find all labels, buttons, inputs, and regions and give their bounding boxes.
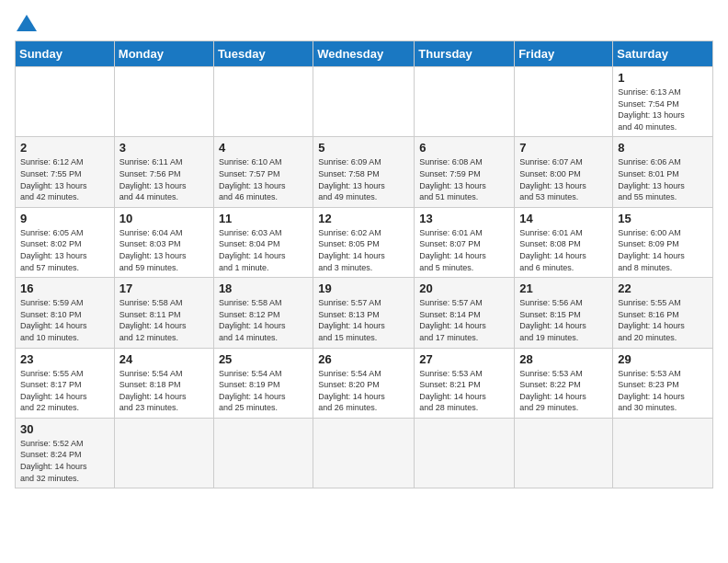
day-info: Sunrise: 6:01 AM Sunset: 8:07 PM Dayligh… bbox=[419, 227, 509, 273]
day-info: Sunrise: 6:11 AM Sunset: 7:56 PM Dayligh… bbox=[119, 156, 209, 202]
calendar-cell: 24Sunrise: 5:54 AM Sunset: 8:18 PM Dayli… bbox=[114, 348, 213, 418]
day-number: 15 bbox=[618, 212, 708, 225]
day-info: Sunrise: 6:02 AM Sunset: 8:05 PM Dayligh… bbox=[318, 227, 409, 273]
day-info: Sunrise: 5:54 AM Sunset: 8:18 PM Dayligh… bbox=[119, 368, 209, 414]
calendar-cell bbox=[114, 418, 213, 488]
svg-marker-0 bbox=[17, 15, 37, 31]
calendar-cell: 4Sunrise: 6:10 AM Sunset: 7:57 PM Daylig… bbox=[213, 137, 313, 207]
day-info: Sunrise: 5:54 AM Sunset: 8:19 PM Dayligh… bbox=[219, 368, 308, 414]
calendar-cell: 27Sunrise: 5:53 AM Sunset: 8:21 PM Dayli… bbox=[415, 348, 515, 418]
calendar-cell: 15Sunrise: 6:00 AM Sunset: 8:09 PM Dayli… bbox=[613, 207, 713, 277]
day-info: Sunrise: 5:58 AM Sunset: 8:11 PM Dayligh… bbox=[119, 297, 209, 343]
day-number: 29 bbox=[618, 352, 708, 366]
day-number: 25 bbox=[219, 352, 308, 366]
day-number: 7 bbox=[519, 141, 608, 155]
calendar-cell bbox=[16, 67, 115, 137]
header-row bbox=[15, 15, 713, 33]
day-number: 17 bbox=[119, 282, 209, 295]
day-number: 14 bbox=[519, 212, 608, 225]
day-number: 24 bbox=[119, 352, 209, 366]
day-info: Sunrise: 5:57 AM Sunset: 8:14 PM Dayligh… bbox=[419, 297, 509, 343]
weekday-header-tuesday: Tuesday bbox=[213, 41, 313, 67]
week-row-5: 23Sunrise: 5:55 AM Sunset: 8:17 PM Dayli… bbox=[16, 348, 713, 418]
day-info: Sunrise: 5:54 AM Sunset: 8:20 PM Dayligh… bbox=[318, 368, 409, 414]
day-info: Sunrise: 6:00 AM Sunset: 8:09 PM Dayligh… bbox=[618, 227, 708, 273]
calendar-cell bbox=[613, 418, 713, 488]
day-info: Sunrise: 5:52 AM Sunset: 8:24 PM Dayligh… bbox=[20, 438, 109, 484]
calendar-cell: 9Sunrise: 6:05 AM Sunset: 8:02 PM Daylig… bbox=[16, 207, 115, 277]
calendar-cell: 28Sunrise: 5:53 AM Sunset: 8:22 PM Dayli… bbox=[515, 348, 613, 418]
calendar-cell: 20Sunrise: 5:57 AM Sunset: 8:14 PM Dayli… bbox=[415, 278, 515, 348]
day-number: 5 bbox=[318, 141, 409, 155]
calendar-cell: 6Sunrise: 6:08 AM Sunset: 7:59 PM Daylig… bbox=[415, 137, 515, 207]
day-number: 10 bbox=[119, 212, 209, 225]
day-number: 23 bbox=[20, 352, 109, 366]
week-row-4: 16Sunrise: 5:59 AM Sunset: 8:10 PM Dayli… bbox=[16, 278, 713, 348]
calendar-cell: 21Sunrise: 5:56 AM Sunset: 8:15 PM Dayli… bbox=[515, 278, 613, 348]
day-number: 22 bbox=[618, 282, 708, 295]
calendar-cell: 11Sunrise: 6:03 AM Sunset: 8:04 PM Dayli… bbox=[213, 207, 313, 277]
calendar-cell: 18Sunrise: 5:58 AM Sunset: 8:12 PM Dayli… bbox=[213, 278, 313, 348]
calendar-cell: 22Sunrise: 5:55 AM Sunset: 8:16 PM Dayli… bbox=[613, 278, 713, 348]
calendar-cell: 30Sunrise: 5:52 AM Sunset: 8:24 PM Dayli… bbox=[16, 418, 115, 488]
day-number: 26 bbox=[318, 352, 409, 366]
calendar-cell: 23Sunrise: 5:55 AM Sunset: 8:17 PM Dayli… bbox=[16, 348, 115, 418]
calendar-cell: 26Sunrise: 5:54 AM Sunset: 8:20 PM Dayli… bbox=[313, 348, 415, 418]
weekday-header-saturday: Saturday bbox=[613, 41, 713, 67]
week-row-3: 9Sunrise: 6:05 AM Sunset: 8:02 PM Daylig… bbox=[16, 207, 713, 277]
calendar-cell: 16Sunrise: 5:59 AM Sunset: 8:10 PM Dayli… bbox=[16, 278, 115, 348]
day-info: Sunrise: 6:12 AM Sunset: 7:55 PM Dayligh… bbox=[20, 156, 109, 202]
calendar-cell: 7Sunrise: 6:07 AM Sunset: 8:00 PM Daylig… bbox=[515, 137, 613, 207]
calendar-cell: 19Sunrise: 5:57 AM Sunset: 8:13 PM Dayli… bbox=[313, 278, 415, 348]
week-row-6: 30Sunrise: 5:52 AM Sunset: 8:24 PM Dayli… bbox=[16, 418, 713, 488]
calendar-grid: SundayMondayTuesdayWednesdayThursdayFrid… bbox=[15, 40, 713, 488]
weekday-header-thursday: Thursday bbox=[415, 41, 515, 67]
day-number: 19 bbox=[318, 282, 409, 295]
day-info: Sunrise: 6:01 AM Sunset: 8:08 PM Dayligh… bbox=[519, 227, 608, 273]
day-info: Sunrise: 6:13 AM Sunset: 7:54 PM Dayligh… bbox=[618, 86, 708, 132]
day-number: 1 bbox=[618, 71, 708, 85]
day-number: 6 bbox=[419, 141, 509, 155]
day-info: Sunrise: 6:05 AM Sunset: 8:02 PM Dayligh… bbox=[20, 227, 109, 273]
calendar-cell bbox=[515, 67, 613, 137]
calendar-cell bbox=[415, 418, 515, 488]
day-number: 30 bbox=[20, 422, 109, 436]
day-number: 4 bbox=[219, 141, 308, 155]
day-info: Sunrise: 5:57 AM Sunset: 8:13 PM Dayligh… bbox=[318, 297, 409, 343]
day-number: 27 bbox=[419, 352, 509, 366]
week-row-2: 2Sunrise: 6:12 AM Sunset: 7:55 PM Daylig… bbox=[16, 137, 713, 207]
calendar-cell bbox=[313, 418, 415, 488]
day-info: Sunrise: 5:59 AM Sunset: 8:10 PM Dayligh… bbox=[20, 297, 109, 343]
calendar-cell: 2Sunrise: 6:12 AM Sunset: 7:55 PM Daylig… bbox=[16, 137, 115, 207]
weekday-header-monday: Monday bbox=[114, 41, 213, 67]
logo bbox=[15, 15, 37, 33]
week-row-1: 1Sunrise: 6:13 AM Sunset: 7:54 PM Daylig… bbox=[16, 67, 713, 137]
calendar-cell bbox=[213, 418, 313, 488]
day-number: 8 bbox=[618, 141, 708, 155]
day-info: Sunrise: 5:56 AM Sunset: 8:15 PM Dayligh… bbox=[519, 297, 608, 343]
weekday-header-wednesday: Wednesday bbox=[313, 41, 415, 67]
calendar-cell: 5Sunrise: 6:09 AM Sunset: 7:58 PM Daylig… bbox=[313, 137, 415, 207]
calendar-cell: 12Sunrise: 6:02 AM Sunset: 8:05 PM Dayli… bbox=[313, 207, 415, 277]
day-info: Sunrise: 6:07 AM Sunset: 8:00 PM Dayligh… bbox=[519, 156, 608, 202]
day-info: Sunrise: 6:04 AM Sunset: 8:03 PM Dayligh… bbox=[119, 227, 209, 273]
calendar-cell: 10Sunrise: 6:04 AM Sunset: 8:03 PM Dayli… bbox=[114, 207, 213, 277]
day-info: Sunrise: 5:53 AM Sunset: 8:23 PM Dayligh… bbox=[618, 368, 708, 414]
weekday-header-friday: Friday bbox=[515, 41, 613, 67]
day-number: 16 bbox=[20, 282, 109, 295]
logo-icon bbox=[17, 13, 37, 33]
day-info: Sunrise: 6:08 AM Sunset: 7:59 PM Dayligh… bbox=[419, 156, 509, 202]
day-number: 12 bbox=[318, 212, 409, 225]
day-number: 28 bbox=[519, 352, 608, 366]
calendar-cell: 3Sunrise: 6:11 AM Sunset: 7:56 PM Daylig… bbox=[114, 137, 213, 207]
day-info: Sunrise: 5:53 AM Sunset: 8:21 PM Dayligh… bbox=[419, 368, 509, 414]
weekday-header-row: SundayMondayTuesdayWednesdayThursdayFrid… bbox=[16, 41, 713, 67]
calendar-container: SundayMondayTuesdayWednesdayThursdayFrid… bbox=[0, 0, 728, 563]
day-info: Sunrise: 5:55 AM Sunset: 8:16 PM Dayligh… bbox=[618, 297, 708, 343]
calendar-cell bbox=[114, 67, 213, 137]
day-number: 9 bbox=[20, 212, 109, 225]
calendar-cell bbox=[213, 67, 313, 137]
day-number: 13 bbox=[419, 212, 509, 225]
day-info: Sunrise: 5:58 AM Sunset: 8:12 PM Dayligh… bbox=[219, 297, 308, 343]
calendar-cell: 13Sunrise: 6:01 AM Sunset: 8:07 PM Dayli… bbox=[415, 207, 515, 277]
